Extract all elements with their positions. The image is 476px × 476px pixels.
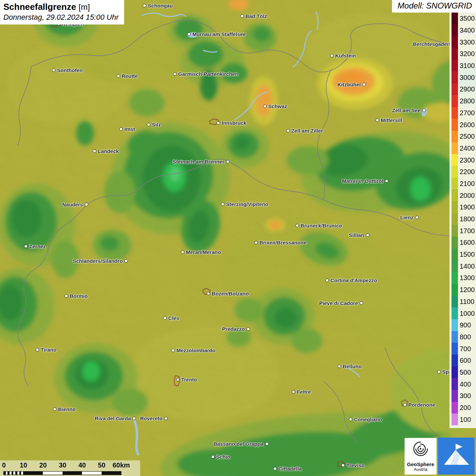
city-label: Mittersill <box>381 117 402 123</box>
legend-value: 1800 <box>458 216 475 222</box>
city-marker: Steinach am Brenner <box>173 159 230 165</box>
legend-entry: 1200 <box>452 284 476 296</box>
legend-entry: 200 <box>452 402 476 414</box>
legend-value: 3100 <box>458 62 475 69</box>
city-dot <box>226 160 230 163</box>
mountain-logo <box>438 438 475 475</box>
city-marker: Schio <box>211 454 230 460</box>
city-label: Cles <box>168 315 179 321</box>
city-dot <box>143 4 146 7</box>
scale-label: 50 <box>98 461 105 469</box>
legend-entry: 800 <box>452 331 476 343</box>
city-dot <box>376 118 379 122</box>
map-title: Schneefallgrenze <box>3 2 76 12</box>
legend-value: 2900 <box>458 86 475 92</box>
city-label: Zell am See <box>392 107 421 113</box>
city-marker: Sonthofen <box>52 67 83 73</box>
scale-bar-graphic <box>3 471 121 475</box>
city-marker: Lienz <box>400 215 419 220</box>
city-dot <box>360 301 363 305</box>
city-dot <box>163 316 167 320</box>
city-dot <box>263 104 267 108</box>
legend-value: 900 <box>458 322 471 328</box>
legend-entry: 2500 <box>452 131 476 142</box>
legend-swatch <box>452 36 458 48</box>
city-label: Trento <box>181 377 197 382</box>
legend-swatch <box>452 95 458 107</box>
city-marker: Sterzing/Vipiteno <box>221 201 268 207</box>
city-marker: Nauders <box>62 202 88 207</box>
geosphere-country: Austria <box>414 467 427 472</box>
legend-entry: 600 <box>452 355 476 367</box>
legend-swatch <box>452 154 458 166</box>
city-dot <box>385 179 388 183</box>
city-dot <box>173 72 176 75</box>
legend-value: 2100 <box>458 180 475 187</box>
city-marker: Imst <box>119 126 135 132</box>
city-dot <box>437 370 441 373</box>
city-marker: Berchtesgaden <box>413 41 455 47</box>
legend-swatch <box>452 24 458 36</box>
city-dot <box>247 327 250 330</box>
geosphere-swirl-icon <box>411 439 430 458</box>
city-dot <box>273 467 277 470</box>
city-marker: Pordenone <box>403 402 435 408</box>
city-dot <box>171 348 175 352</box>
legend-value: 200 <box>458 404 471 411</box>
scale-bar: 0102030405060km <box>0 460 140 476</box>
scale-label: 40 <box>78 461 86 469</box>
legend-swatch <box>452 60 458 72</box>
legend-entry: 500 <box>452 367 476 378</box>
legend-entry: 2300 <box>452 154 476 166</box>
city-dot <box>119 127 123 131</box>
legend-value: 1500 <box>458 251 475 258</box>
city-dot <box>187 32 191 36</box>
legend-swatch <box>452 119 458 131</box>
legend-value: 1300 <box>458 274 475 281</box>
city-label: Reutte <box>122 73 138 79</box>
city-marker: Feltre <box>292 389 311 395</box>
city-dot <box>24 244 28 248</box>
city-marker: Bozen/Bolzano <box>207 291 249 296</box>
legend-entry: 1800 <box>452 213 476 225</box>
city-dot <box>254 241 258 244</box>
legend-value: 3300 <box>458 39 475 46</box>
legend-swatch <box>452 413 458 425</box>
city-marker: Mezzolombardo <box>171 347 216 353</box>
scale-label: 20 <box>39 461 47 469</box>
city-label: Treviso <box>346 462 364 468</box>
geosphere-logo: GeoSphere Austria <box>405 438 437 475</box>
city-dot <box>325 278 329 282</box>
scale-label: 10 <box>20 461 27 469</box>
city-label: Kufstein <box>335 53 356 58</box>
legend-swatch <box>452 213 458 225</box>
city-marker: Tirano <box>36 347 56 353</box>
city-marker: Kitzbühel <box>338 82 366 87</box>
city-marker: Matrei in Osttirol <box>342 178 388 184</box>
city-label: Schwaz <box>268 103 287 109</box>
legend-value: 1700 <box>458 227 475 234</box>
city-marker: Schwaz <box>263 103 287 109</box>
city-marker: Innsbruck <box>217 120 247 126</box>
map-unit: [m] <box>79 2 90 12</box>
city-label: Kitzbühel <box>338 82 361 87</box>
city-label: Murnau am Staffelsee <box>192 31 246 37</box>
legend-entry: 1000 <box>452 307 476 319</box>
legend-swatch <box>452 355 458 367</box>
city-label: Zell am Ziller <box>291 128 323 134</box>
legend-swatch <box>452 13 458 24</box>
legend-value: 2500 <box>458 133 475 140</box>
city-dot <box>362 83 366 86</box>
city-dot <box>341 463 345 467</box>
geosphere-name: GeoSphere <box>407 461 434 467</box>
city-dot <box>117 74 120 78</box>
city-label: Bruneck/Brunico <box>301 223 342 228</box>
city-dot <box>176 378 180 381</box>
city-marker: Silz <box>147 122 161 128</box>
legend-swatch <box>452 225 458 237</box>
legend-entry: 3200 <box>452 48 476 60</box>
legend-value: 1100 <box>458 298 474 305</box>
city-label: Zernez <box>29 243 46 249</box>
city-marker: Cortina d'Ampezzo <box>325 277 377 283</box>
city-dot <box>292 390 295 393</box>
